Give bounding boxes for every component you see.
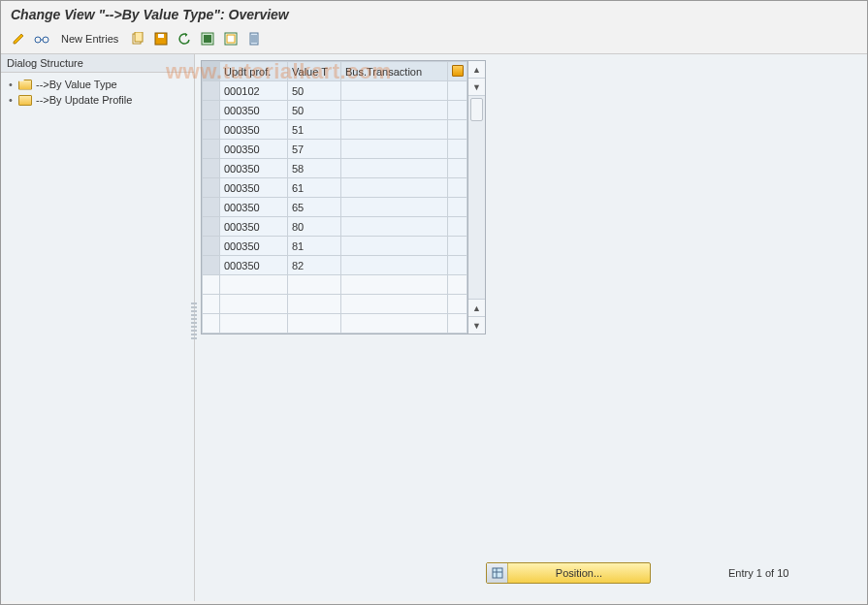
bullet-icon: • — [7, 79, 15, 90]
cell-bus[interactable] — [341, 217, 448, 237]
glasses-icon[interactable] — [32, 30, 51, 48]
cell-pad — [448, 256, 467, 275]
bullet-icon: • — [7, 94, 15, 106]
row-selector[interactable] — [203, 178, 220, 198]
position-icon — [487, 563, 508, 583]
tree-node-by-value-type[interactable]: • -->By Value Type — [5, 77, 190, 92]
cell-updt[interactable]: 000350 — [220, 198, 288, 217]
cell-pad — [448, 101, 467, 120]
vertical-scrollbar[interactable]: ▲ ▼ ▲ ▼ — [468, 60, 486, 334]
cell-pad — [448, 81, 467, 101]
new-entries-button[interactable]: New Entries — [55, 33, 124, 45]
row-selector[interactable] — [203, 140, 220, 159]
cell-pad — [448, 159, 467, 178]
copy-icon[interactable] — [128, 30, 147, 48]
cell-updt[interactable]: 000350 — [220, 217, 288, 237]
table-row[interactable]: 00035057 — [203, 140, 467, 159]
table-row[interactable]: 00035061 — [203, 178, 467, 198]
cell-valt[interactable]: 82 — [288, 256, 341, 275]
delete-icon[interactable] — [244, 30, 264, 48]
scroll-down-bottom-icon[interactable]: ▼ — [468, 316, 485, 334]
col-header-bus[interactable]: Bus.Transaction — [341, 62, 448, 81]
position-label: Position... — [508, 567, 650, 579]
splitter-handle[interactable] — [191, 302, 197, 341]
cell-updt[interactable]: 000350 — [220, 178, 288, 198]
cell-pad — [448, 178, 467, 198]
table-row[interactable]: 00035065 — [203, 198, 467, 217]
select-all-icon[interactable] — [198, 30, 217, 48]
cell-updt[interactable]: 000350 — [220, 140, 288, 159]
table-row-empty: ... — [203, 275, 467, 295]
table-row[interactable]: 00035081 — [203, 237, 467, 256]
cell-updt[interactable]: 000350 — [220, 159, 288, 178]
svg-rect-5 — [158, 34, 164, 38]
table-row[interactable]: 00035050 — [203, 101, 467, 120]
deselect-all-icon[interactable] — [221, 30, 241, 48]
cell-bus[interactable] — [341, 101, 448, 120]
cell-bus[interactable] — [341, 159, 448, 178]
cell-valt[interactable]: 51 — [288, 120, 341, 140]
content-area: Dialog Structure • -->By Value Type • --… — [1, 54, 867, 601]
cell-bus[interactable] — [341, 256, 448, 275]
table-row[interactable]: 00035082 — [203, 256, 467, 275]
row-selector[interactable] — [203, 159, 220, 178]
cell-bus[interactable] — [341, 120, 448, 140]
cell-bus[interactable] — [341, 140, 448, 159]
scroll-thumb[interactable] — [470, 98, 483, 121]
main-panel: Updt prof. Value T Bus.Transaction 00010… — [195, 54, 867, 601]
table-row[interactable]: 00035051 — [203, 120, 467, 140]
cell-bus[interactable] — [341, 178, 448, 198]
tree-node-label: -->By Update Profile — [36, 94, 132, 106]
svg-rect-7 — [204, 35, 211, 43]
cell-updt[interactable]: 000350 — [220, 256, 288, 275]
cell-valt[interactable]: 80 — [288, 217, 341, 237]
scroll-track[interactable] — [468, 96, 485, 299]
scroll-up-bottom-icon[interactable]: ▲ — [468, 299, 485, 316]
table-row[interactable]: 00035058 — [203, 159, 467, 178]
row-selector[interactable] — [203, 237, 220, 256]
svg-rect-14 — [493, 568, 502, 578]
col-header-valt[interactable]: Value T — [288, 62, 341, 81]
cell-valt[interactable]: 61 — [288, 178, 341, 198]
cell-updt[interactable]: 000350 — [220, 237, 288, 256]
row-selector[interactable] — [203, 198, 220, 217]
table-row[interactable]: 00010250 — [203, 81, 467, 101]
save-icon[interactable] — [151, 30, 171, 48]
cell-pad — [448, 217, 467, 237]
cell-updt[interactable]: 000350 — [220, 120, 288, 140]
cell-valt[interactable]: 50 — [288, 81, 341, 101]
cell-valt[interactable]: 57 — [288, 140, 341, 159]
position-button[interactable]: Position... — [486, 562, 651, 584]
scroll-up-icon[interactable]: ▲ — [468, 61, 485, 79]
cell-bus[interactable] — [341, 198, 448, 217]
cell-valt[interactable]: 65 — [288, 198, 341, 217]
row-selector[interactable] — [203, 101, 220, 120]
row-selector[interactable] — [203, 120, 220, 140]
table-row[interactable]: 00035080 — [203, 217, 467, 237]
configure-icon — [452, 65, 464, 77]
cell-updt[interactable]: 000102 — [220, 81, 288, 101]
cell-valt[interactable]: 50 — [288, 101, 341, 120]
folder-open-icon — [18, 80, 32, 90]
configure-columns-button[interactable] — [448, 62, 467, 81]
cell-valt[interactable]: 81 — [288, 237, 341, 256]
tree-node-by-update-profile[interactable]: • -->By Update Profile — [5, 92, 190, 108]
scroll-down-icon[interactable]: ▼ — [468, 79, 485, 96]
grid-corner[interactable] — [203, 62, 220, 81]
col-header-updt[interactable]: Updt prof. — [220, 62, 288, 81]
tree: • -->By Value Type • -->By Update Profil… — [1, 73, 194, 601]
undo-icon[interactable] — [175, 30, 194, 48]
cell-bus[interactable] — [341, 81, 448, 101]
data-grid[interactable]: Updt prof. Value T Bus.Transaction 00010… — [201, 60, 468, 334]
tree-node-label: -->By Value Type — [36, 79, 117, 90]
cell-updt[interactable]: 000350 — [220, 101, 288, 120]
cell-valt[interactable]: 58 — [288, 159, 341, 178]
title-bar: Change View "-->By Value Type": Overview — [1, 1, 867, 26]
toggle-edit-icon[interactable] — [9, 30, 28, 48]
row-selector[interactable] — [203, 217, 220, 237]
sidebar-header: Dialog Structure — [1, 54, 194, 73]
row-selector[interactable] — [203, 256, 220, 275]
cell-bus[interactable] — [341, 237, 448, 256]
table-row-empty: ... — [203, 295, 467, 314]
row-selector[interactable] — [203, 81, 220, 101]
